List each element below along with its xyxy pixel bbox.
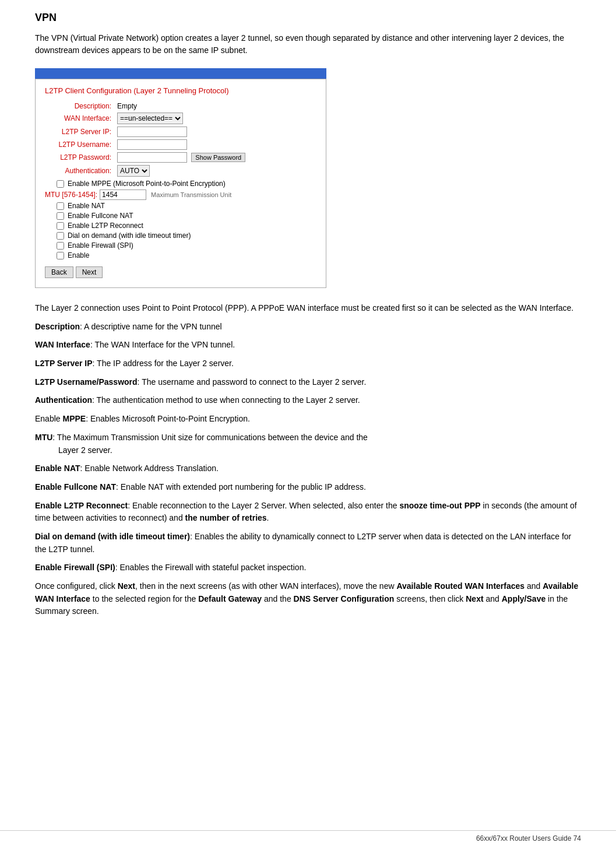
body-para-last: Once configured, click Next, then in the… xyxy=(35,580,581,618)
l2tp-server-ip-input[interactable] xyxy=(117,127,187,137)
body-item-enable-nat: Enable NAT: Enable Network Address Trans… xyxy=(35,462,581,475)
def-enable-nat: : Enable Network Address Translation. xyxy=(80,464,219,473)
enable-label: Enable xyxy=(68,251,89,259)
enable-mppe-label: Enable MPPE (Microsoft Point-to-Point En… xyxy=(68,180,226,188)
l2tp-password-row: L2TP Password: Show Password xyxy=(45,151,316,164)
enable-row: Enable xyxy=(57,251,316,259)
dial-on-demand-row: Dial on demand (with idle timeout timer) xyxy=(57,231,316,240)
term-next2: Next xyxy=(466,594,483,603)
def-wan: : The WAN Interface for the VPN tunnel. xyxy=(90,340,235,349)
wan-interface-row: WAN Interface: ==un-selected== xyxy=(45,111,316,125)
term-snooze: snooze time-out PPP xyxy=(399,501,480,510)
enable-mppe-row: Enable MPPE (Microsoft Point-to-Point En… xyxy=(57,180,316,188)
button-row: Back Next xyxy=(45,266,316,278)
term-num-retries: the number of retries xyxy=(185,513,267,522)
enable-firewall-checkbox[interactable] xyxy=(57,242,64,250)
body-item-l2tp-server-ip: L2TP Server IP: The IP address for the L… xyxy=(35,357,581,370)
config-box: L2TP Client Configuration (Layer 2 Tunne… xyxy=(35,79,326,288)
enable-l2tp-reconnect-checkbox[interactable] xyxy=(57,222,64,230)
body-item-mppe: Enable MPPE: Enables Microsoft Point-to-… xyxy=(35,413,581,426)
back-button[interactable]: Back xyxy=(45,266,73,278)
term-dns-config: DNS Server Configuration xyxy=(294,594,395,603)
body-item-dial-on-demand: Dial on demand (with idle timeout timer)… xyxy=(35,531,581,556)
dial-on-demand-checkbox[interactable] xyxy=(57,232,64,240)
term-apply-save: Apply/Save xyxy=(502,594,545,603)
wan-interface-select[interactable]: ==un-selected== xyxy=(117,113,183,124)
def-auth: : The authentication method to use when … xyxy=(92,395,360,405)
intro-paragraph: The VPN (Virtual Private Network) option… xyxy=(35,32,581,57)
term-dial-on-demand: Dial on demand (with idle timeout timer) xyxy=(35,532,190,541)
show-password-button[interactable]: Show Password xyxy=(191,153,245,162)
description-row: Description: Empty xyxy=(45,101,316,111)
term-l2tp-server-ip: L2TP Server IP xyxy=(35,359,93,368)
page-title: VPN xyxy=(35,12,581,24)
enable-mppe-checkbox[interactable] xyxy=(57,180,64,188)
term-avail-routed: Available Routed WAN Interfaces xyxy=(396,581,525,591)
authentication-row: Authentication: AUTO xyxy=(45,164,316,178)
def-description: : A descriptive name for the VPN tunnel xyxy=(80,322,222,331)
term-l2tp-user-pass: L2TP Username/Password xyxy=(35,377,138,387)
def-fullcone-nat: : Enable NAT with extended port numberin… xyxy=(116,482,366,492)
mtu-note: Maximum Transmission Unit xyxy=(151,191,231,198)
term-enable-nat: Enable NAT xyxy=(35,464,80,473)
def-l2tp-server-ip: : The IP address for the Layer 2 server. xyxy=(93,359,234,368)
dial-on-demand-label: Dial on demand (with idle timeout timer) xyxy=(68,231,191,240)
term-mppe: MPPE xyxy=(62,414,86,423)
config-box-wrapper: L2TP Client Configuration (Layer 2 Tunne… xyxy=(35,68,581,288)
config-box-title: L2TP Client Configuration (Layer 2 Tunne… xyxy=(45,86,316,95)
body-item-auth: Authentication: The authentication metho… xyxy=(35,394,581,407)
body-item-mtu: MTU: The Maximum Transmission Unit size … xyxy=(35,431,581,457)
description-value: Empty xyxy=(117,102,137,110)
term-firewall: Enable Firewall (SPI) xyxy=(35,563,115,572)
term-wan: WAN Interface xyxy=(35,340,90,349)
body-item-wan: WAN Interface: The WAN Interface for the… xyxy=(35,339,581,352)
enable-checkbox[interactable] xyxy=(57,252,64,259)
l2tp-server-ip-label: L2TP Server IP: xyxy=(45,125,115,138)
l2tp-username-label: L2TP Username: xyxy=(45,138,115,151)
term-next-inline: Next xyxy=(118,581,135,591)
l2tp-password-label: L2TP Password: xyxy=(45,151,115,164)
body-para1: The Layer 2 connection uses Point to Poi… xyxy=(35,302,581,315)
body-section: The Layer 2 connection uses Point to Poi… xyxy=(35,302,581,618)
authentication-label: Authentication: xyxy=(45,164,115,178)
enable-nat-row: Enable NAT xyxy=(57,202,316,210)
enable-l2tp-reconnect-label: Enable L2TP Reconnect xyxy=(68,222,143,230)
enable-fullcone-nat-checkbox[interactable] xyxy=(57,212,64,220)
enable-firewall-label: Enable Firewall (SPI) xyxy=(68,241,133,250)
enable-nat-label: Enable NAT xyxy=(68,202,105,210)
term-default-gw: Default Gateway xyxy=(198,594,262,603)
body-item-description: Description: A descriptive name for the … xyxy=(35,321,581,334)
l2tp-password-input[interactable] xyxy=(117,152,187,163)
body-item-firewall: Enable Firewall (SPI): Enables the Firew… xyxy=(35,561,581,574)
mtu-input[interactable] xyxy=(100,189,146,200)
body-item-fullcone-nat: Enable Fullcone NAT: Enable NAT with ext… xyxy=(35,481,581,494)
l2tp-username-row: L2TP Username: xyxy=(45,138,316,151)
l2tp-username-input[interactable] xyxy=(117,139,187,150)
footer-bar: 66xx/67xx Router Users Guide 74 xyxy=(0,830,616,846)
mtu-row: MTU [576-1454]: Maximum Transmission Uni… xyxy=(45,189,316,200)
mtu-label: MTU [576-1454]: xyxy=(45,191,97,199)
description-label: Description: xyxy=(45,101,115,111)
mtu-indent: Layer 2 server. xyxy=(58,445,112,455)
wan-interface-label: WAN Interface: xyxy=(45,111,115,125)
next-button[interactable]: Next xyxy=(76,266,103,278)
l2tp-server-ip-row: L2TP Server IP: xyxy=(45,125,316,138)
enable-fullcone-nat-row: Enable Fullcone NAT xyxy=(57,212,316,220)
enable-fullcone-nat-label: Enable Fullcone NAT xyxy=(68,212,133,220)
term-auth: Authentication xyxy=(35,395,92,405)
blue-bar xyxy=(35,68,326,79)
enable-l2tp-reconnect-row: Enable L2TP Reconnect xyxy=(57,222,316,230)
term-fullcone-nat: Enable Fullcone NAT xyxy=(35,482,116,492)
enable-nat-checkbox[interactable] xyxy=(57,202,64,210)
authentication-select[interactable]: AUTO xyxy=(117,165,150,177)
term-mtu: MTU xyxy=(35,433,52,442)
def-l2tp-user-pass: : The username and password to connect t… xyxy=(138,377,367,387)
term-description: Description xyxy=(35,322,80,331)
def-mppe: : Enables Microsoft Point-to-Point Encry… xyxy=(86,414,250,423)
body-item-l2tp-reconnect: Enable L2TP Reconnect: Enable reconnecti… xyxy=(35,500,581,525)
body-item-l2tp-user-pass: L2TP Username/Password: The username and… xyxy=(35,376,581,389)
footer-text: 66xx/67xx Router Users Guide 74 xyxy=(476,834,581,843)
enable-firewall-row: Enable Firewall (SPI) xyxy=(57,241,316,250)
config-form-table: Description: Empty WAN Interface: ==un-s… xyxy=(45,101,316,178)
term-l2tp-reconnect: Enable L2TP Reconnect xyxy=(35,501,128,510)
